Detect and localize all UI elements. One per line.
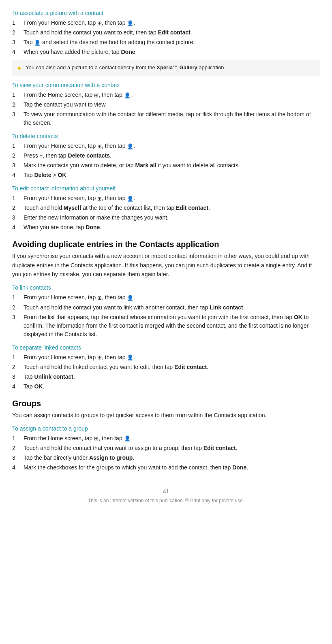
- list-item: 1 From your Home screen, tap ⊞, then tap…: [12, 353, 320, 362]
- section-delete-contacts: To delete contacts 1 From your Home scre…: [12, 133, 320, 179]
- section-separate-contacts: To separate linked contacts 1 From your …: [12, 344, 320, 391]
- grid-icon: ⊞: [97, 143, 102, 151]
- page-container: To associate a picture with a contact 1 …: [12, 10, 320, 503]
- step-num: 4: [12, 171, 20, 179]
- step-text: Tap OK.: [24, 382, 320, 391]
- step-text: From the Home screen, tap ⊞, then tap 👤.: [24, 91, 320, 99]
- step-text: Tap Unlink contact.: [24, 373, 320, 381]
- step-num: 3: [12, 161, 20, 170]
- person-icon: 👤: [124, 92, 131, 100]
- steps-associate: 1 From your Home screen, tap ⊞, then tap…: [12, 19, 320, 56]
- list-item: 3 Tap 👤 and select the desired method fo…: [12, 38, 320, 47]
- list-item: 4 Tap OK.: [12, 382, 320, 391]
- grid-icon: ⊞: [94, 92, 99, 100]
- section-view-communication: To view your communication with a contac…: [12, 82, 320, 127]
- step-text: Tap the contact you want to view.: [24, 100, 320, 109]
- list-item: 2 Tap the contact you want to view.: [12, 100, 320, 109]
- heading-groups: Groups: [12, 399, 320, 408]
- step-num: 3: [12, 110, 20, 127]
- step-text: Touch and hold the contact you want to l…: [24, 303, 320, 312]
- step-num: 2: [12, 204, 20, 212]
- grid-icon: ⊞: [97, 354, 102, 362]
- list-item: 2 Touch and hold the contact you want to…: [12, 303, 320, 312]
- step-text: From the list that appears, tap the cont…: [24, 313, 320, 339]
- steps-separate: 1 From your Home screen, tap ⊞, then tap…: [12, 353, 320, 391]
- step-text: Enter the new information or make the ch…: [24, 213, 320, 222]
- section-title-view-comm: To view your communication with a contac…: [12, 82, 320, 88]
- step-text: From your Home screen, tap ⊞, then tap 👤…: [24, 194, 320, 203]
- page-footer: 41 This is an Internet version of this p…: [12, 488, 320, 503]
- step-num: 2: [12, 363, 20, 371]
- step-text: To view your communication with the cont…: [24, 110, 320, 127]
- step-num: 4: [12, 382, 20, 391]
- step-text: When you are done, tap Done.: [24, 223, 320, 232]
- step-text: Tap Delete > OK.: [24, 171, 320, 179]
- section-title-delete: To delete contacts: [12, 133, 320, 139]
- list-item: 1 From your Home screen, tap ⊞, then tap…: [12, 194, 320, 203]
- step-text: When you have added the picture, tap Don…: [24, 48, 320, 56]
- steps-view-comm: 1 From the Home screen, tap ⊞, then tap …: [12, 91, 320, 127]
- list-item: 2 Touch and hold the linked contact you …: [12, 363, 320, 371]
- steps-assign-group: 1 From the Home screen, tap ⊞, then tap …: [12, 434, 320, 472]
- list-item: 1 From your Home screen, tap ⊞, then tap…: [12, 142, 320, 150]
- step-num: 1: [12, 142, 20, 150]
- step-num: 1: [12, 194, 20, 203]
- step-num: 2: [12, 444, 20, 452]
- step-num: 1: [12, 91, 20, 99]
- list-item: 3 Tap the bar directly under Assign to g…: [12, 454, 320, 462]
- steps-link: 1 From your Home screen, tap ⊞, then tap…: [12, 293, 320, 338]
- heading-avoiding-duplicates: Avoiding duplicate entries in the Contac…: [12, 240, 320, 249]
- menu-icon: ≡: [40, 152, 43, 160]
- person-icon: 👤: [127, 143, 133, 151]
- step-num: 3: [12, 313, 20, 339]
- body-groups: You can assign contacts to groups to get…: [12, 411, 320, 420]
- section-link-contacts: To link contacts 1 From your Home screen…: [12, 284, 320, 338]
- tip-text: You can also add a picture to a contact …: [26, 64, 225, 72]
- tip-icon: ✦: [16, 64, 22, 73]
- step-text: From your Home screen, tap ⊞, then tap 👤…: [24, 293, 320, 302]
- steps-delete: 1 From your Home screen, tap ⊞, then tap…: [12, 142, 320, 179]
- step-num: 4: [12, 463, 20, 472]
- step-num: 2: [12, 151, 20, 160]
- copyright-text: This is an Internet version of this publ…: [12, 498, 320, 503]
- step-text: From your Home screen, tap ⊞, then tap 👤…: [24, 353, 320, 362]
- body-avoiding-duplicates: If you synchronise your contacts with a …: [12, 252, 320, 279]
- list-item: 4 Mark the checkboxes for the groups to …: [12, 463, 320, 472]
- grid-icon: ⊞: [97, 19, 102, 28]
- section-title-assign-group: To assign a contact to a group: [12, 425, 320, 432]
- tip-box: ✦ You can also add a picture to a contac…: [12, 60, 320, 76]
- page-number: 41: [12, 488, 320, 495]
- grid-icon: ⊞: [94, 435, 99, 443]
- list-item: 2 Touch and hold Myself at the top of th…: [12, 204, 320, 212]
- step-text: Press ≡, then tap Delete contacts.: [24, 151, 320, 160]
- person-icon: 👤: [127, 195, 133, 203]
- list-item: 3 Enter the new information or make the …: [12, 213, 320, 222]
- list-item: 1 From your Home screen, tap ⊞, then tap…: [12, 19, 320, 27]
- person-icon: 👤: [127, 19, 133, 28]
- step-num: 3: [12, 38, 20, 47]
- list-item: 3 Tap Unlink contact.: [12, 373, 320, 381]
- section-associate-picture: To associate a picture with a contact 1 …: [12, 10, 320, 76]
- list-item: 2 Press ≡, then tap Delete contacts.: [12, 151, 320, 160]
- list-item: 4 Tap Delete > OK.: [12, 171, 320, 179]
- step-num: 2: [12, 303, 20, 312]
- step-num: 4: [12, 223, 20, 232]
- step-text: Mark the contacts you want to delete, or…: [24, 161, 320, 170]
- step-text: Touch and hold the linked contact you wa…: [24, 363, 320, 371]
- step-text: Mark the checkboxes for the groups to wh…: [24, 463, 320, 472]
- step-text: Touch and hold the contact you want to e…: [24, 28, 320, 37]
- section-title-separate: To separate linked contacts: [12, 344, 320, 351]
- step-num: 2: [12, 28, 20, 37]
- step-num: 3: [12, 454, 20, 462]
- list-item: 1 From your Home screen, tap ⊞, then tap…: [12, 293, 320, 302]
- person-icon: 👤: [127, 294, 133, 302]
- step-num: 4: [12, 48, 20, 56]
- section-title-edit-self: To edit contact information about yourse…: [12, 185, 320, 192]
- list-item: 4 When you have added the picture, tap D…: [12, 48, 320, 56]
- step-text: Touch and hold the contact that you want…: [24, 444, 320, 452]
- grid-icon: ⊞: [97, 195, 102, 203]
- step-num: 3: [12, 373, 20, 381]
- step-text: Tap the bar directly under Assign to gro…: [24, 454, 320, 462]
- list-item: 3 From the list that appears, tap the co…: [12, 313, 320, 339]
- step-text: From your Home screen, tap ⊞, then tap 👤…: [24, 19, 320, 27]
